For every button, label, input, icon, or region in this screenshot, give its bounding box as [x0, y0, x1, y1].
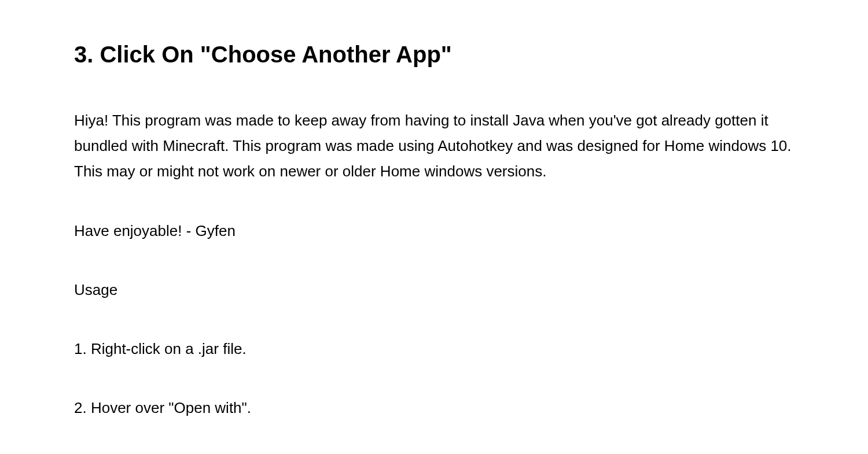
- signoff-paragraph: Have enjoyable! - Gyfen: [74, 218, 794, 243]
- intro-paragraph: Hiya! This program was made to keep away…: [74, 108, 794, 184]
- usage-step-2: 2. Hover over "Open with".: [74, 395, 794, 420]
- usage-step-1: 1. Right-click on a .jar file.: [74, 336, 794, 361]
- usage-label: Usage: [74, 277, 794, 302]
- page-heading: 3. Click On "Choose Another App": [74, 40, 794, 68]
